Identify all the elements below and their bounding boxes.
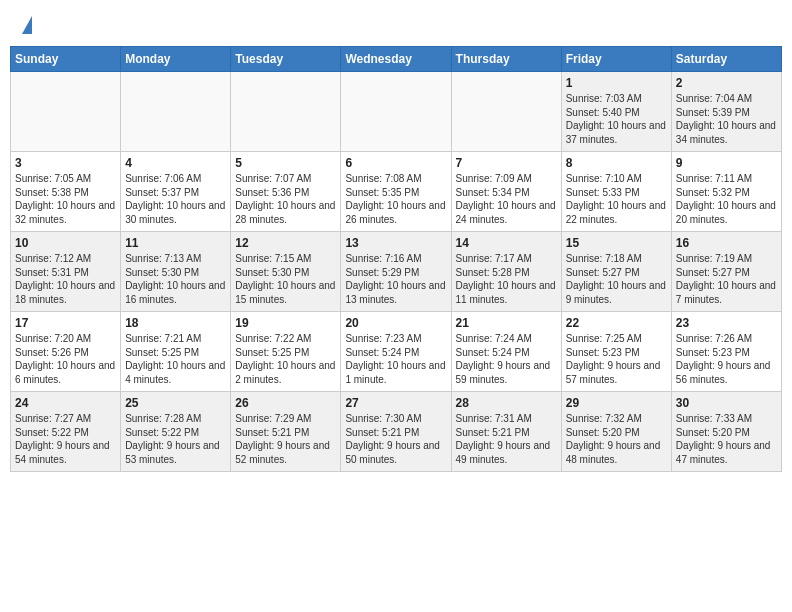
day-number: 2 bbox=[676, 76, 777, 90]
day-number: 18 bbox=[125, 316, 226, 330]
day-info: Sunrise: 7:32 AM Sunset: 5:20 PM Dayligh… bbox=[566, 412, 667, 466]
calendar-cell: 14Sunrise: 7:17 AM Sunset: 5:28 PM Dayli… bbox=[451, 232, 561, 312]
calendar-cell: 6Sunrise: 7:08 AM Sunset: 5:35 PM Daylig… bbox=[341, 152, 451, 232]
calendar-cell: 8Sunrise: 7:10 AM Sunset: 5:33 PM Daylig… bbox=[561, 152, 671, 232]
calendar-cell: 10Sunrise: 7:12 AM Sunset: 5:31 PM Dayli… bbox=[11, 232, 121, 312]
calendar-cell: 1Sunrise: 7:03 AM Sunset: 5:40 PM Daylig… bbox=[561, 72, 671, 152]
day-number: 28 bbox=[456, 396, 557, 410]
day-info: Sunrise: 7:26 AM Sunset: 5:23 PM Dayligh… bbox=[676, 332, 777, 386]
day-number: 6 bbox=[345, 156, 446, 170]
day-info: Sunrise: 7:21 AM Sunset: 5:25 PM Dayligh… bbox=[125, 332, 226, 386]
day-number: 13 bbox=[345, 236, 446, 250]
calendar-cell: 11Sunrise: 7:13 AM Sunset: 5:30 PM Dayli… bbox=[121, 232, 231, 312]
calendar-cell: 2Sunrise: 7:04 AM Sunset: 5:39 PM Daylig… bbox=[671, 72, 781, 152]
day-info: Sunrise: 7:29 AM Sunset: 5:21 PM Dayligh… bbox=[235, 412, 336, 466]
day-number: 10 bbox=[15, 236, 116, 250]
day-number: 5 bbox=[235, 156, 336, 170]
calendar-cell bbox=[231, 72, 341, 152]
day-number: 16 bbox=[676, 236, 777, 250]
day-number: 23 bbox=[676, 316, 777, 330]
day-info: Sunrise: 7:23 AM Sunset: 5:24 PM Dayligh… bbox=[345, 332, 446, 386]
calendar-cell: 29Sunrise: 7:32 AM Sunset: 5:20 PM Dayli… bbox=[561, 392, 671, 472]
day-number: 30 bbox=[676, 396, 777, 410]
logo-triangle-icon bbox=[22, 16, 32, 34]
day-number: 22 bbox=[566, 316, 667, 330]
day-info: Sunrise: 7:10 AM Sunset: 5:33 PM Dayligh… bbox=[566, 172, 667, 226]
day-info: Sunrise: 7:13 AM Sunset: 5:30 PM Dayligh… bbox=[125, 252, 226, 306]
calendar-cell: 23Sunrise: 7:26 AM Sunset: 5:23 PM Dayli… bbox=[671, 312, 781, 392]
calendar-cell: 30Sunrise: 7:33 AM Sunset: 5:20 PM Dayli… bbox=[671, 392, 781, 472]
calendar-cell: 22Sunrise: 7:25 AM Sunset: 5:23 PM Dayli… bbox=[561, 312, 671, 392]
day-info: Sunrise: 7:28 AM Sunset: 5:22 PM Dayligh… bbox=[125, 412, 226, 466]
calendar-cell bbox=[341, 72, 451, 152]
day-info: Sunrise: 7:11 AM Sunset: 5:32 PM Dayligh… bbox=[676, 172, 777, 226]
calendar-cell: 24Sunrise: 7:27 AM Sunset: 5:22 PM Dayli… bbox=[11, 392, 121, 472]
calendar-week-row: 1Sunrise: 7:03 AM Sunset: 5:40 PM Daylig… bbox=[11, 72, 782, 152]
day-number: 20 bbox=[345, 316, 446, 330]
day-info: Sunrise: 7:22 AM Sunset: 5:25 PM Dayligh… bbox=[235, 332, 336, 386]
calendar-cell: 16Sunrise: 7:19 AM Sunset: 5:27 PM Dayli… bbox=[671, 232, 781, 312]
calendar-cell: 7Sunrise: 7:09 AM Sunset: 5:34 PM Daylig… bbox=[451, 152, 561, 232]
day-info: Sunrise: 7:12 AM Sunset: 5:31 PM Dayligh… bbox=[15, 252, 116, 306]
calendar-week-row: 24Sunrise: 7:27 AM Sunset: 5:22 PM Dayli… bbox=[11, 392, 782, 472]
calendar-cell: 21Sunrise: 7:24 AM Sunset: 5:24 PM Dayli… bbox=[451, 312, 561, 392]
calendar-cell: 18Sunrise: 7:21 AM Sunset: 5:25 PM Dayli… bbox=[121, 312, 231, 392]
calendar-cell: 19Sunrise: 7:22 AM Sunset: 5:25 PM Dayli… bbox=[231, 312, 341, 392]
day-number: 29 bbox=[566, 396, 667, 410]
day-info: Sunrise: 7:15 AM Sunset: 5:30 PM Dayligh… bbox=[235, 252, 336, 306]
calendar-header-tuesday: Tuesday bbox=[231, 47, 341, 72]
calendar-header-monday: Monday bbox=[121, 47, 231, 72]
day-info: Sunrise: 7:18 AM Sunset: 5:27 PM Dayligh… bbox=[566, 252, 667, 306]
day-info: Sunrise: 7:17 AM Sunset: 5:28 PM Dayligh… bbox=[456, 252, 557, 306]
day-info: Sunrise: 7:09 AM Sunset: 5:34 PM Dayligh… bbox=[456, 172, 557, 226]
calendar-cell: 20Sunrise: 7:23 AM Sunset: 5:24 PM Dayli… bbox=[341, 312, 451, 392]
day-number: 24 bbox=[15, 396, 116, 410]
day-number: 7 bbox=[456, 156, 557, 170]
day-number: 12 bbox=[235, 236, 336, 250]
calendar-cell: 12Sunrise: 7:15 AM Sunset: 5:30 PM Dayli… bbox=[231, 232, 341, 312]
day-info: Sunrise: 7:07 AM Sunset: 5:36 PM Dayligh… bbox=[235, 172, 336, 226]
logo bbox=[18, 14, 32, 34]
day-info: Sunrise: 7:20 AM Sunset: 5:26 PM Dayligh… bbox=[15, 332, 116, 386]
day-number: 17 bbox=[15, 316, 116, 330]
day-info: Sunrise: 7:06 AM Sunset: 5:37 PM Dayligh… bbox=[125, 172, 226, 226]
calendar-header-wednesday: Wednesday bbox=[341, 47, 451, 72]
calendar-cell: 5Sunrise: 7:07 AM Sunset: 5:36 PM Daylig… bbox=[231, 152, 341, 232]
day-info: Sunrise: 7:24 AM Sunset: 5:24 PM Dayligh… bbox=[456, 332, 557, 386]
calendar-cell bbox=[11, 72, 121, 152]
day-number: 15 bbox=[566, 236, 667, 250]
calendar-cell: 28Sunrise: 7:31 AM Sunset: 5:21 PM Dayli… bbox=[451, 392, 561, 472]
day-number: 21 bbox=[456, 316, 557, 330]
page-header bbox=[10, 10, 782, 38]
day-info: Sunrise: 7:33 AM Sunset: 5:20 PM Dayligh… bbox=[676, 412, 777, 466]
day-info: Sunrise: 7:04 AM Sunset: 5:39 PM Dayligh… bbox=[676, 92, 777, 146]
calendar-cell: 13Sunrise: 7:16 AM Sunset: 5:29 PM Dayli… bbox=[341, 232, 451, 312]
calendar-cell: 25Sunrise: 7:28 AM Sunset: 5:22 PM Dayli… bbox=[121, 392, 231, 472]
day-number: 14 bbox=[456, 236, 557, 250]
calendar-week-row: 10Sunrise: 7:12 AM Sunset: 5:31 PM Dayli… bbox=[11, 232, 782, 312]
calendar-cell: 15Sunrise: 7:18 AM Sunset: 5:27 PM Dayli… bbox=[561, 232, 671, 312]
day-number: 19 bbox=[235, 316, 336, 330]
calendar-cell: 9Sunrise: 7:11 AM Sunset: 5:32 PM Daylig… bbox=[671, 152, 781, 232]
day-number: 26 bbox=[235, 396, 336, 410]
calendar-cell: 3Sunrise: 7:05 AM Sunset: 5:38 PM Daylig… bbox=[11, 152, 121, 232]
calendar-header-thursday: Thursday bbox=[451, 47, 561, 72]
day-info: Sunrise: 7:08 AM Sunset: 5:35 PM Dayligh… bbox=[345, 172, 446, 226]
day-number: 8 bbox=[566, 156, 667, 170]
day-info: Sunrise: 7:05 AM Sunset: 5:38 PM Dayligh… bbox=[15, 172, 116, 226]
calendar-cell: 27Sunrise: 7:30 AM Sunset: 5:21 PM Dayli… bbox=[341, 392, 451, 472]
calendar-cell bbox=[121, 72, 231, 152]
day-info: Sunrise: 7:30 AM Sunset: 5:21 PM Dayligh… bbox=[345, 412, 446, 466]
calendar-header-sunday: Sunday bbox=[11, 47, 121, 72]
day-number: 25 bbox=[125, 396, 226, 410]
day-number: 4 bbox=[125, 156, 226, 170]
day-number: 9 bbox=[676, 156, 777, 170]
day-number: 27 bbox=[345, 396, 446, 410]
day-info: Sunrise: 7:31 AM Sunset: 5:21 PM Dayligh… bbox=[456, 412, 557, 466]
day-number: 3 bbox=[15, 156, 116, 170]
calendar-cell: 26Sunrise: 7:29 AM Sunset: 5:21 PM Dayli… bbox=[231, 392, 341, 472]
calendar-week-row: 3Sunrise: 7:05 AM Sunset: 5:38 PM Daylig… bbox=[11, 152, 782, 232]
calendar-week-row: 17Sunrise: 7:20 AM Sunset: 5:26 PM Dayli… bbox=[11, 312, 782, 392]
day-info: Sunrise: 7:19 AM Sunset: 5:27 PM Dayligh… bbox=[676, 252, 777, 306]
calendar-header-friday: Friday bbox=[561, 47, 671, 72]
